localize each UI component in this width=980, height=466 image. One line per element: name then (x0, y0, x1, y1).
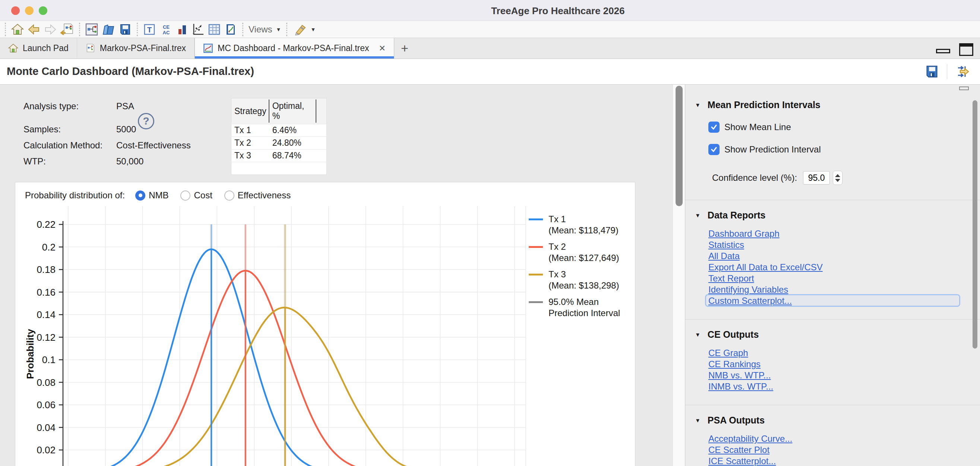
table-row-empty (231, 162, 327, 175)
column-header-optimal[interactable]: Optimal, % (269, 99, 317, 124)
panel-minimize-button[interactable] (959, 86, 969, 90)
scrollbar-thumb[interactable] (676, 86, 682, 206)
stepper-down-icon[interactable] (835, 179, 840, 182)
link-identifying-variables[interactable]: Identifying Variables (708, 284, 788, 295)
column-header-strategy[interactable]: Strategy (231, 99, 269, 124)
sidebar-scrollbar-thumb[interactable] (972, 100, 977, 349)
link-statistics[interactable]: Statistics (708, 240, 744, 250)
main-area: Analysis type: PSA Samples: 5000 Calcula… (0, 85, 980, 466)
window-title: TreeAge Pro Healthcare 2026 (491, 5, 625, 17)
link-ice-scatterplot[interactable]: ICE Scatterplot... (708, 456, 776, 466)
dashboard-chart-icon (203, 43, 213, 53)
link-ce-graph[interactable]: CE Graph (708, 348, 748, 358)
views-dropdown[interactable]: Views ▼ (247, 24, 283, 35)
info-row: Samples: 5000 (24, 124, 191, 134)
link-acceptability-curve[interactable]: Acceptability Curve... (708, 434, 792, 444)
radio-nmb[interactable] (135, 190, 145, 201)
y-axis-label: Probability (25, 279, 36, 429)
back-button[interactable] (26, 22, 42, 37)
show-prediction-interval-checkbox[interactable] (708, 144, 719, 155)
text-tool-icon: T (143, 23, 156, 36)
link-inmb-vs-wtp[interactable]: INMB vs. WTP... (708, 381, 773, 392)
tab-model[interactable]: Markov-PSA-Final.trex (77, 38, 194, 59)
link-text-report[interactable]: Text Report (708, 273, 754, 284)
link-all-data[interactable]: All Data (708, 251, 740, 261)
scatter-axes-button[interactable] (190, 22, 206, 37)
text-tool-button[interactable]: T (141, 22, 158, 37)
open-folder-icon (102, 23, 115, 36)
legend-series-mean: (Mean: $127,649) (549, 252, 619, 263)
link-ce-scatter-plot[interactable]: CE Scatter Plot (708, 445, 770, 455)
section-header[interactable]: ▼ PSA Outputs (695, 405, 965, 426)
radio-effectiveness[interactable] (224, 190, 234, 201)
link-row: ICE Scatterplot... (708, 456, 960, 466)
maximize-view-icon[interactable] (959, 43, 973, 56)
column-header-empty (317, 99, 327, 124)
table-button[interactable] (206, 22, 223, 37)
home-icon (8, 43, 18, 53)
tree-document-icon (85, 43, 95, 53)
tab-mc-dashboard[interactable]: MC Dashboard - Markov-PSA-Final.trex ✕ (194, 38, 394, 59)
save-button-toolbar[interactable] (117, 22, 134, 37)
section-header[interactable]: ▼ Data Reports (695, 200, 965, 221)
graph-book-button[interactable] (223, 22, 239, 37)
section-ce-outputs: ▼ CE Outputs CE Graph CE Rankings NMB vs… (685, 319, 980, 405)
link-dashboard-graph[interactable]: Dashboard Graph (708, 228, 780, 239)
legend-item: Tx 1 (Mean: $118,479) (529, 214, 620, 236)
section-header[interactable]: ▼ CE Outputs (695, 319, 965, 340)
link-export-all-data[interactable]: Export All Data to Excel/CSV (708, 262, 823, 273)
save-document-button[interactable] (923, 64, 941, 80)
link-ce-rankings[interactable]: CE Rankings (708, 359, 760, 369)
ce-ac-button[interactable]: CEAC (158, 22, 175, 37)
help-icon[interactable]: ? (138, 113, 154, 129)
table-row[interactable]: Tx 3 68.74% (231, 150, 327, 162)
legend-interval-line2: Prediction Interval (549, 308, 620, 319)
tree-diagram-button[interactable] (83, 22, 100, 37)
link-custom-scatterplot[interactable]: Custom Scatterplot... (708, 296, 792, 306)
forward-button[interactable] (42, 22, 59, 37)
link-row: Statistics (708, 239, 960, 251)
table-row[interactable]: Tx 1 6.46% (231, 124, 327, 137)
bar-chart-button[interactable] (175, 22, 190, 37)
document-header: Monte Carlo Dashboard (Markov-PSA-Final.… (0, 59, 980, 85)
radio-option-effectiveness[interactable]: Effectiveness (224, 190, 291, 201)
confidence-input[interactable] (803, 171, 830, 185)
dashboard-content: Analysis type: PSA Samples: 5000 Calcula… (0, 85, 673, 466)
section-header[interactable]: ▼ Mean Prediction Intervals (695, 85, 965, 110)
minimize-window-button[interactable] (25, 6, 33, 15)
close-window-button[interactable] (11, 6, 20, 15)
new-tab-button[interactable]: + (394, 38, 415, 59)
svg-text:0.14: 0.14 (37, 309, 56, 320)
stepper-up-icon[interactable] (835, 174, 840, 177)
traffic-lights (11, 6, 47, 15)
checkbox-label: Show Prediction Interval (724, 144, 821, 155)
main-scrollbar[interactable] (673, 85, 685, 466)
confidence-stepper[interactable] (833, 171, 843, 185)
zoom-window-button[interactable] (39, 6, 47, 15)
close-tab-icon[interactable]: ✕ (379, 44, 386, 53)
show-mean-line-checkbox[interactable] (708, 121, 719, 133)
home-button[interactable] (9, 22, 26, 37)
chart-legend: Tx 1 (Mean: $118,479) Tx 2 (Mean: $127,6… (529, 214, 620, 324)
table-icon (208, 23, 221, 36)
table-row[interactable]: Tx 2 24.80% (231, 137, 327, 150)
tab-launch-pad[interactable]: Launch Pad (0, 38, 77, 59)
export-results-button[interactable] (953, 63, 972, 80)
info-value: PSA (116, 101, 134, 112)
radio-option-nmb[interactable]: NMB (135, 190, 169, 201)
new-tree-document-icon (60, 23, 74, 36)
highlighter-dropdown[interactable]: ▼ (291, 22, 318, 37)
open-button[interactable] (100, 22, 117, 37)
section-mean-prediction-intervals: ▼ Mean Prediction Intervals Show Mean Li… (685, 85, 980, 200)
new-tree-button[interactable] (59, 22, 76, 37)
save-icon (119, 23, 132, 36)
minimize-view-icon[interactable] (936, 49, 950, 53)
radio-label: Effectiveness (238, 190, 291, 201)
selector-label: Probability distribution of: (25, 190, 125, 201)
radio-cost[interactable] (180, 190, 191, 201)
svg-text:CE: CE (163, 24, 170, 30)
views-label: Views (248, 24, 272, 35)
link-nmb-vs-wtp[interactable]: NMB vs. WTP... (708, 370, 771, 381)
svg-text:0.18: 0.18 (37, 264, 56, 275)
radio-option-cost[interactable]: Cost (180, 190, 212, 201)
